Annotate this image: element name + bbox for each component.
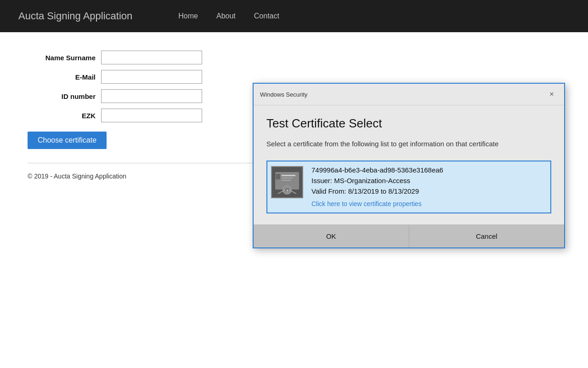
modal-cancel-button[interactable]: Cancel bbox=[409, 225, 565, 247]
header: Aucta Signing Application Home About Con… bbox=[0, 0, 588, 32]
label-id-number: ID number bbox=[28, 92, 101, 100]
input-id-number[interactable] bbox=[101, 89, 202, 103]
svg-rect-3 bbox=[282, 178, 293, 178]
modal-title: Test Certificate Select bbox=[266, 116, 551, 131]
nav-about[interactable]: About bbox=[216, 12, 236, 20]
label-email: E-Mail bbox=[28, 73, 101, 81]
form-row-email: E-Mail bbox=[28, 70, 560, 84]
modal-footer: OK Cancel bbox=[254, 224, 564, 247]
app-title: Aucta Signing Application bbox=[18, 10, 132, 22]
certificate-issuer: Issuer: MS-Organization-Access bbox=[311, 177, 547, 184]
nav-home[interactable]: Home bbox=[178, 12, 198, 20]
modal-body: Test Certificate Select Select a certifi… bbox=[254, 105, 564, 224]
svg-rect-5 bbox=[276, 174, 280, 179]
svg-text:★: ★ bbox=[286, 189, 289, 193]
svg-rect-4 bbox=[282, 180, 291, 181]
choose-certificate-button[interactable]: Choose certificate bbox=[28, 132, 107, 149]
certificate-validity: Valid From: 8/13/2019 to 8/13/2029 bbox=[311, 187, 547, 195]
label-ezk: EZK bbox=[28, 112, 101, 120]
certificate-properties-link[interactable]: Click here to view certificate propertie… bbox=[311, 200, 422, 207]
modal-titlebar-text: Windows Security bbox=[260, 91, 307, 98]
certificate-id: 749996a4-b6e3-4eba-ad98-5363e3168ea6 bbox=[311, 166, 547, 174]
input-email[interactable] bbox=[101, 70, 202, 84]
modal-description: Select a certificate from the following … bbox=[266, 139, 551, 150]
modal-close-button[interactable]: × bbox=[546, 88, 558, 100]
section-divider bbox=[28, 163, 276, 163]
main-content: Name Surname E-Mail ID number EZK Choose… bbox=[0, 32, 588, 198]
modal-titlebar: Windows Security × bbox=[254, 84, 564, 105]
label-name-surname: Name Surname bbox=[28, 54, 101, 62]
input-ezk[interactable] bbox=[101, 109, 202, 122]
svg-rect-2 bbox=[282, 175, 295, 176]
form-row-name: Name Surname bbox=[28, 51, 560, 64]
certificate-item[interactable]: ★ 749996a4-b6e3-4eba-ad98-5363e3168ea6 I… bbox=[266, 161, 551, 213]
certificate-details: 749996a4-b6e3-4eba-ad98-5363e3168ea6 Iss… bbox=[311, 166, 547, 208]
windows-security-modal: Windows Security × Test Certificate Sele… bbox=[253, 83, 565, 248]
nav-contact[interactable]: Contact bbox=[254, 12, 279, 20]
modal-ok-button[interactable]: OK bbox=[254, 225, 409, 247]
input-name-surname[interactable] bbox=[101, 51, 202, 64]
certificate-icon: ★ bbox=[271, 166, 303, 198]
